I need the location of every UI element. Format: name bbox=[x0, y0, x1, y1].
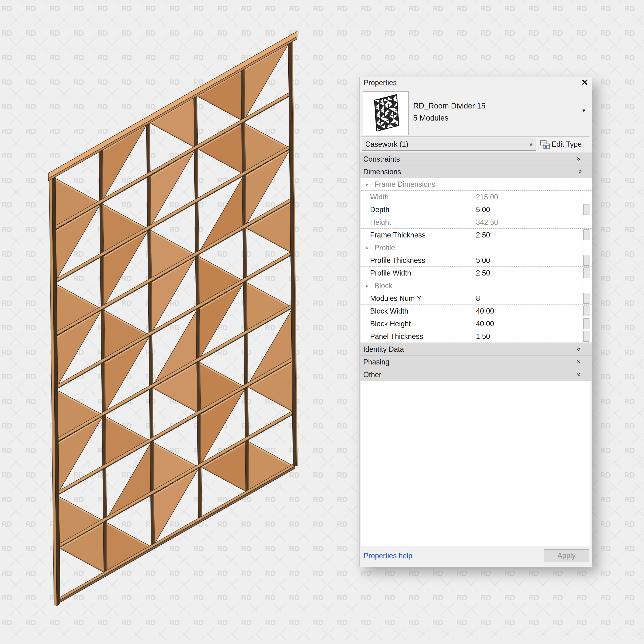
edit-type-button[interactable]: Edit Type bbox=[539, 138, 590, 151]
type-dropdown-arrow-icon[interactable]: ▼ bbox=[581, 108, 586, 114]
svg-text:RD: RD bbox=[600, 54, 611, 62]
svg-text:RD: RD bbox=[337, 471, 347, 479]
value-slider-thumb[interactable] bbox=[583, 255, 589, 266]
section-label: Phasing bbox=[363, 356, 389, 368]
expand-section-icon[interactable]: » bbox=[576, 157, 583, 161]
svg-text:RD: RD bbox=[337, 520, 347, 528]
property-row-depth: Depth5.00 bbox=[361, 203, 592, 216]
value-slider-thumb[interactable] bbox=[583, 204, 589, 215]
property-grid-empty-area bbox=[361, 381, 590, 546]
section-header-constraints[interactable]: Constraints» bbox=[360, 153, 592, 165]
property-value[interactable]: 2.50 bbox=[476, 267, 490, 279]
value-slider-thumb[interactable] bbox=[583, 293, 589, 304]
svg-text:RD: RD bbox=[433, 594, 443, 602]
svg-text:RD: RD bbox=[528, 618, 539, 626]
expand-section-icon[interactable]: » bbox=[576, 360, 583, 364]
group-expand-icon[interactable]: ▸ bbox=[366, 279, 368, 292]
svg-text:RD: RD bbox=[528, 594, 539, 602]
section-header-phasing[interactable]: Phasing» bbox=[360, 355, 592, 368]
expand-section-icon[interactable]: » bbox=[576, 347, 583, 351]
property-row-frame-thickness: Frame Thickness2.50 bbox=[361, 229, 592, 241]
property-row-profile-thickness: Profile Thickness5.00 bbox=[361, 254, 592, 267]
property-value[interactable]: 1.50 bbox=[476, 330, 490, 343]
svg-text:RD: RD bbox=[337, 594, 347, 602]
property-value[interactable]: 40.00 bbox=[476, 305, 494, 317]
family-name: RD_Room Divider 15 bbox=[413, 100, 485, 112]
property-value[interactable]: 40.00 bbox=[476, 317, 494, 330]
svg-text:RD: RD bbox=[600, 495, 611, 504]
property-value[interactable]: 8 bbox=[476, 292, 480, 305]
svg-text:RD: RD bbox=[624, 250, 635, 258]
svg-text:RD: RD bbox=[361, 569, 371, 577]
svg-text:RD: RD bbox=[600, 520, 611, 528]
svg-text:RD: RD bbox=[385, 4, 395, 13]
svg-text:RD: RD bbox=[361, 4, 371, 13]
value-slider-thumb[interactable] bbox=[583, 267, 589, 278]
svg-text:RD: RD bbox=[600, 299, 611, 307]
section-header-other[interactable]: Other» bbox=[360, 368, 592, 381]
section-label: Other bbox=[363, 368, 381, 381]
svg-text:RD: RD bbox=[457, 594, 467, 602]
property-row-panel-thickness: Panel Thickness1.50 bbox=[361, 330, 592, 343]
expand-section-icon[interactable]: » bbox=[576, 373, 583, 377]
svg-text:RD: RD bbox=[337, 4, 347, 13]
svg-text:RD: RD bbox=[505, 594, 515, 602]
svg-text:RD: RD bbox=[600, 201, 611, 209]
group-label: Profile bbox=[375, 241, 395, 254]
family-info: RD_Room Divider 15 5 Modules bbox=[413, 100, 485, 124]
property-value[interactable]: 5.00 bbox=[476, 254, 490, 267]
svg-text:RD: RD bbox=[409, 594, 419, 602]
value-slider-thumb[interactable] bbox=[583, 229, 589, 240]
close-icon[interactable]: ✕ bbox=[581, 78, 588, 87]
svg-text:RD: RD bbox=[457, 618, 467, 626]
panel-footer: Properties help Apply bbox=[360, 546, 592, 567]
svg-text:RD: RD bbox=[624, 569, 635, 577]
property-value: 215.00 bbox=[476, 191, 498, 203]
group-expand-icon[interactable]: ▸ bbox=[366, 178, 368, 191]
svg-text:RD: RD bbox=[385, 54, 395, 62]
value-slider-thumb[interactable] bbox=[583, 305, 589, 316]
svg-text:RD: RD bbox=[576, 4, 587, 13]
svg-text:RD: RD bbox=[624, 594, 635, 602]
section-header-identity-data[interactable]: Identity Data» bbox=[360, 343, 592, 355]
value-slider-thumb[interactable] bbox=[583, 331, 589, 342]
svg-text:RD: RD bbox=[337, 275, 347, 283]
svg-text:RD: RD bbox=[505, 29, 515, 37]
column-separator bbox=[473, 254, 473, 267]
svg-text:RD: RD bbox=[433, 569, 443, 577]
properties-help-link[interactable]: Properties help bbox=[364, 552, 412, 560]
value-slider-thumb[interactable] bbox=[583, 318, 589, 329]
property-value[interactable]: 5.00 bbox=[476, 203, 490, 216]
svg-text:RD: RD bbox=[600, 422, 611, 430]
svg-text:RD: RD bbox=[600, 29, 611, 37]
column-separator bbox=[473, 305, 473, 317]
svg-text:RD: RD bbox=[505, 54, 515, 62]
svg-text:RD: RD bbox=[481, 594, 491, 602]
svg-text:RD: RD bbox=[624, 520, 635, 528]
column-separator bbox=[473, 216, 473, 229]
svg-text:RD: RD bbox=[337, 250, 347, 258]
svg-text:RD: RD bbox=[624, 618, 635, 626]
property-label: Panel Thickness bbox=[370, 330, 423, 343]
svg-text:RD: RD bbox=[600, 348, 611, 356]
type-selector-combobox[interactable]: Casework (1) ∨ bbox=[362, 138, 536, 151]
property-value[interactable]: 2.50 bbox=[476, 229, 490, 241]
svg-text:RD: RD bbox=[624, 446, 635, 455]
svg-text:RD: RD bbox=[624, 397, 635, 406]
svg-text:RD: RD bbox=[433, 618, 443, 626]
group-expand-icon[interactable]: ▸ bbox=[366, 241, 368, 254]
column-separator bbox=[473, 317, 473, 330]
group-row-profile: ▸Profile bbox=[361, 241, 592, 254]
svg-text:RD: RD bbox=[481, 54, 491, 62]
section-header-dimensions[interactable]: Dimensions» bbox=[360, 165, 592, 178]
svg-text:RD: RD bbox=[624, 373, 635, 381]
section-label: Constraints bbox=[363, 153, 400, 165]
svg-text:RD: RD bbox=[600, 618, 611, 626]
svg-text:RD: RD bbox=[624, 4, 635, 13]
svg-text:RD: RD bbox=[600, 471, 611, 479]
svg-text:RD: RD bbox=[409, 54, 419, 62]
collapse-section-icon[interactable]: » bbox=[576, 170, 583, 174]
svg-text:RD: RD bbox=[385, 29, 395, 37]
svg-text:RD: RD bbox=[624, 348, 635, 356]
apply-button[interactable]: Apply bbox=[544, 549, 589, 562]
